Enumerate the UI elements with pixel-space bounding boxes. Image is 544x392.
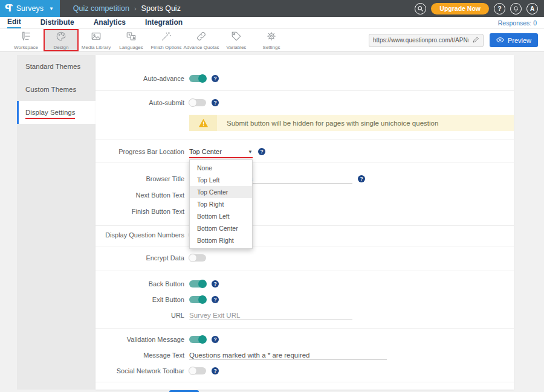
- exit-url-label: URL: [96, 312, 184, 319]
- upgrade-now-button[interactable]: Upgrade Now: [431, 3, 489, 14]
- message-text-input[interactable]: Questions marked with a * are required: [189, 350, 387, 360]
- menu-option-bottom-center[interactable]: Bottom Center: [190, 222, 252, 234]
- menu-option-top-right[interactable]: Top Right: [190, 198, 252, 210]
- chevron-down-icon: ▼: [49, 6, 54, 11]
- menu-option-top-left[interactable]: Top Left: [190, 174, 252, 186]
- survey-nav: Edit Distribute Analytics Integration Re…: [0, 17, 544, 29]
- chevron-down-icon: ▼: [248, 149, 253, 155]
- exit-button-help-icon[interactable]: ?: [212, 296, 219, 303]
- divider: [96, 271, 514, 271]
- eye-icon: [496, 37, 504, 44]
- divider: [96, 246, 514, 246]
- browser-title-row: Browser Title s ?: [96, 173, 514, 184]
- progress-bar-location-row: Progress Bar Location Top Center ▼ ? Non…: [96, 146, 514, 157]
- social-network-toolbar-toggle[interactable]: [189, 367, 206, 374]
- exit-button-toggle[interactable]: [189, 296, 206, 303]
- warning-triangle-icon: [189, 115, 217, 131]
- translate-icon: [126, 31, 137, 44]
- responses-count[interactable]: Responses: 0: [498, 19, 537, 27]
- surveys-menu[interactable]: Surveys: [16, 4, 44, 13]
- display-settings-panel: Auto-advance ? Auto-submit ? Submit butt…: [96, 55, 514, 390]
- finish-button-text-row: Finish Button Text: [96, 206, 514, 217]
- search-icon[interactable]: [415, 3, 426, 14]
- progress-bar-help-icon[interactable]: ?: [258, 148, 265, 155]
- exit-button-label: Exit Button: [96, 296, 184, 303]
- divider: [96, 225, 514, 226]
- toolbar-item-design[interactable]: Design: [44, 29, 79, 51]
- survey-url-text[interactable]: https://www.questionpro.com/t/APNrFZ: [373, 37, 468, 43]
- back-button-label: Back Button: [96, 280, 184, 288]
- next-button-text-row: Next Button Text: [96, 190, 514, 201]
- sidebar-item-standard-themes[interactable]: Standard Themes: [17, 55, 96, 78]
- sidebar-item-custom-themes[interactable]: Custom Themes: [17, 78, 96, 101]
- auto-submit-toggle[interactable]: [189, 99, 206, 106]
- divider: [96, 382, 514, 382]
- brand-area[interactable]: Ƥ Surveys ▼: [0, 0, 60, 17]
- auto-advance-help-icon[interactable]: ?: [212, 75, 219, 82]
- toolbar-item-settings[interactable]: Settings: [254, 29, 289, 51]
- toolbar-item-workspace[interactable]: Workspace: [8, 29, 44, 51]
- social-network-toolbar-row: Social Network Toolbar ?: [96, 365, 514, 376]
- auto-submit-label: Auto-submit: [96, 99, 184, 106]
- tab-analytics[interactable]: Analytics: [94, 18, 126, 28]
- breadcrumb: Quiz competition › Sports Quiz: [73, 4, 181, 13]
- divider: [96, 328, 514, 329]
- help-icon[interactable]: ?: [494, 3, 505, 14]
- auto-advance-toggle[interactable]: [189, 75, 206, 82]
- content-area: Standard Themes Custom Themes Display Se…: [0, 52, 544, 392]
- annotation-red-underline: [189, 157, 253, 158]
- sidebar-item-display-settings[interactable]: Display Settings: [17, 101, 96, 124]
- validation-message-toggle[interactable]: [189, 336, 206, 343]
- auto-submit-warning: Submit button will be hidden for pages w…: [189, 115, 514, 131]
- divider: [96, 162, 514, 162]
- breadcrumb-separator: ›: [134, 5, 137, 12]
- magic-wand-icon: [161, 31, 172, 44]
- edit-toolbar: Workspace Design Media Library Languages…: [0, 29, 544, 52]
- menu-option-none[interactable]: None: [190, 162, 252, 174]
- message-text-row: Message Text Questions marked with a * a…: [96, 350, 514, 361]
- progress-bar-location-select[interactable]: Top Center ▼: [189, 148, 253, 155]
- divider: [96, 140, 514, 140]
- back-button-help-icon[interactable]: ?: [212, 280, 219, 288]
- auto-submit-row: Auto-submit ?: [96, 97, 514, 108]
- tab-integration[interactable]: Integration: [145, 18, 183, 28]
- back-button-toggle[interactable]: [189, 280, 206, 288]
- validation-message-label: Validation Message: [96, 336, 184, 343]
- validation-message-help-icon[interactable]: ?: [212, 336, 219, 343]
- message-text-label: Message Text: [96, 352, 184, 359]
- image-icon: [91, 31, 102, 44]
- edit-pencil-icon[interactable]: [472, 35, 479, 46]
- palette-icon: [56, 31, 66, 44]
- tag-icon: [231, 31, 242, 44]
- menu-option-top-center[interactable]: Top Center: [190, 186, 252, 198]
- display-question-numbers-row: Display Question Numbers: [96, 230, 514, 240]
- menu-option-bottom-left[interactable]: Bottom Left: [190, 210, 252, 222]
- exit-url-input[interactable]: Survey Exit URL: [189, 310, 352, 320]
- encrypt-data-toggle[interactable]: [189, 254, 206, 262]
- social-network-toolbar-label: Social Network Toolbar: [96, 367, 184, 374]
- toolbar-item-variables[interactable]: Variables: [219, 29, 254, 51]
- encrypt-data-label: Encrypt Data: [96, 254, 184, 262]
- next-button-text-label: Next Button Text: [96, 191, 184, 199]
- notifications-bell-icon[interactable]: [510, 3, 522, 14]
- validation-message-row: Validation Message ?: [96, 334, 514, 345]
- top-bar: Ƥ Surveys ▼ Quiz competition › Sports Qu…: [0, 0, 544, 17]
- progress-bar-location-menu: None Top Left Top Center Top Right Botto…: [189, 159, 253, 249]
- menu-option-bottom-right[interactable]: Bottom Right: [190, 234, 252, 246]
- browser-title-help-icon[interactable]: ?: [358, 175, 365, 182]
- tab-edit[interactable]: Edit: [7, 18, 21, 28]
- toolbar-item-finish-options[interactable]: Finish Options: [149, 29, 184, 51]
- gear-icon: [266, 31, 277, 44]
- back-button-row: Back Button ?: [96, 278, 514, 289]
- social-network-toolbar-help-icon[interactable]: ?: [212, 367, 219, 374]
- avatar[interactable]: A: [526, 3, 538, 14]
- toolbar-item-media-library[interactable]: Media Library: [79, 29, 114, 51]
- survey-url-field[interactable]: https://www.questionpro.com/t/APNrFZ: [369, 34, 484, 47]
- tab-distribute[interactable]: Distribute: [40, 18, 74, 28]
- toolbar-item-languages[interactable]: Languages: [114, 29, 149, 51]
- auto-submit-help-icon[interactable]: ?: [212, 99, 219, 106]
- encrypt-data-row: Encrypt Data: [96, 252, 514, 263]
- breadcrumb-parent[interactable]: Quiz competition: [73, 4, 129, 13]
- preview-button[interactable]: Preview: [490, 33, 538, 47]
- toolbar-item-advance-quotas[interactable]: Advance Quotas: [184, 29, 219, 51]
